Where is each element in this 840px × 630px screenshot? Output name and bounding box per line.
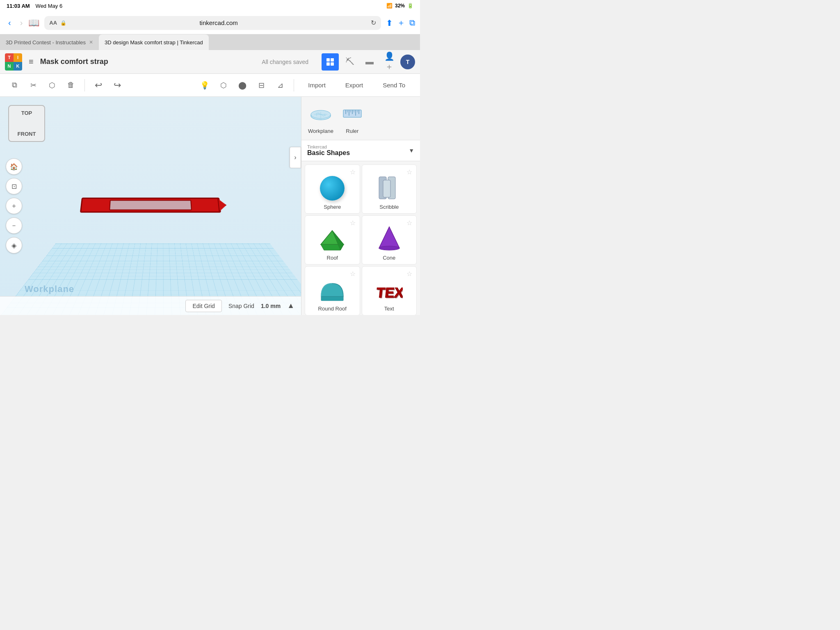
logo-n: N — [5, 62, 14, 71]
toolbar-separator-1 — [84, 79, 85, 91]
header-icons: ⛏ ▬ 👤＋ T — [322, 53, 415, 71]
add-person-button[interactable]: 👤＋ — [381, 53, 398, 71]
strap-object[interactable] — [80, 198, 221, 213]
nav-cube[interactable]: TOP FRONT — [8, 105, 45, 142]
tab-instructables[interactable]: 3D Printed Contest - Instructables ✕ — [0, 34, 99, 50]
cube-top-label: TOP — [21, 110, 32, 116]
mirror-button[interactable]: ⊿ — [272, 78, 288, 93]
align-button[interactable]: ⊟ — [253, 78, 269, 93]
text-size-button[interactable]: AA — [49, 20, 57, 26]
workplane-action-icon — [310, 103, 331, 122]
share-button[interactable]: ⬆ — [386, 18, 393, 28]
workplane-icon-svg — [310, 103, 331, 121]
star-round-roof-icon[interactable]: ☆ — [350, 270, 356, 278]
ruler-label: Ruler — [346, 128, 358, 134]
bottom-bar: Edit Grid Snap Grid 1.0 mm ▲ — [0, 296, 301, 315]
status-bar: 11:03 AM Wed May 6 📶 32% 🔋 — [0, 0, 420, 11]
svg-point-29 — [379, 246, 399, 250]
avatar[interactable]: T — [400, 55, 415, 69]
3d-view-button[interactable]: ⛏ — [341, 53, 358, 71]
panel-toggle-button[interactable]: › — [290, 147, 301, 168]
undo-button[interactable]: ↩ — [91, 78, 106, 93]
fit-view-button[interactable]: ⊡ — [6, 178, 22, 194]
status-time: 11:03 AM — [7, 3, 30, 9]
sendto-button[interactable]: Send To — [374, 78, 413, 92]
text-svg: TEXT TEXT — [376, 281, 403, 302]
menu-button[interactable]: ≡ — [27, 55, 35, 68]
text-shape-visual: TEXT TEXT — [376, 281, 403, 302]
star-text-icon[interactable]: ☆ — [406, 270, 412, 278]
tabs-button[interactable]: ⧉ — [409, 18, 415, 27]
logo-t: T — [5, 53, 14, 62]
ruler-action-icon — [342, 103, 363, 122]
snap-grid-up[interactable]: ▲ — [287, 301, 294, 310]
scribble-label: Scribble — [379, 204, 399, 210]
import-button[interactable]: Import — [300, 78, 334, 92]
new-tab-button[interactable]: ＋ — [397, 17, 405, 28]
home-view-button[interactable]: 🏠 — [6, 158, 22, 175]
lightbulb-button[interactable]: 💡 — [197, 78, 212, 93]
status-icons: 📶 32% 🔋 — [386, 3, 413, 9]
shape-item-sphere[interactable]: ☆ Sphere — [305, 164, 360, 214]
edit-grid-button[interactable]: Edit Grid — [185, 300, 221, 312]
shape-library-dropdown[interactable]: Tinkercad Basic Shapes ▼ — [301, 140, 420, 161]
zoom-out-button[interactable]: － — [6, 217, 22, 234]
cone-svg — [378, 226, 400, 251]
export-button[interactable]: Export — [337, 78, 371, 92]
battery-icon: 🔋 — [407, 3, 413, 9]
redo-button[interactable]: ↪ — [110, 78, 125, 93]
battery-text: 32% — [395, 3, 405, 9]
browser-actions: ⬆ ＋ ⧉ — [386, 17, 415, 28]
svg-marker-28 — [379, 227, 399, 248]
sphere-label: Sphere — [324, 204, 341, 210]
bookmarks-button[interactable]: 📖 — [28, 18, 39, 28]
svg-rect-1 — [331, 58, 334, 62]
star-cone-icon[interactable]: ☆ — [406, 219, 412, 227]
ruler-action[interactable]: Ruler — [342, 103, 363, 134]
wifi-icon: 📶 — [386, 3, 393, 9]
svg-rect-0 — [326, 58, 330, 62]
shape-item-cone[interactable]: ☆ Cone — [362, 215, 417, 265]
perspective-button[interactable]: ◈ — [6, 237, 22, 253]
reload-button[interactable]: ↻ — [371, 19, 376, 27]
cube-front-label: FRONT — [18, 131, 36, 137]
forward-button[interactable]: › — [17, 16, 26, 29]
address-bar[interactable]: AA 🔒 tinkercad.com ↻ — [44, 16, 381, 30]
copy-button[interactable]: ⧉ — [7, 78, 22, 93]
logo-k: K — [14, 62, 22, 71]
status-date: Wed May 6 — [36, 3, 63, 9]
workplane-action[interactable]: Workplane — [308, 103, 333, 134]
round-roof-label: Round Roof — [318, 306, 347, 312]
star-scribble-icon[interactable]: ☆ — [406, 168, 412, 176]
shape-item-scribble[interactable]: ☆ Scribble — [362, 164, 417, 214]
main-canvas[interactable]: Workplane TOP FRONT 🏠 ⊡ ＋ － ◈ — [0, 97, 301, 315]
tinkercad-logo: T I N K — [5, 53, 22, 71]
library-group: Tinkercad — [307, 144, 350, 149]
shape-item-round-roof[interactable]: ☆ Round Roof — [305, 266, 360, 315]
workplane-label: Workplane — [308, 128, 333, 134]
delete-button[interactable]: 🗑 — [63, 78, 79, 93]
tab-tinkercad[interactable]: 3D design Mask comfort strap | Tinkercad — [99, 34, 209, 50]
snap-grid-label: Snap Grid — [228, 303, 254, 309]
back-button[interactable]: ‹ — [5, 16, 14, 29]
shape-item-text[interactable]: ☆ TEXT TEXT Text — [362, 266, 417, 315]
shape1-button[interactable]: ⬡ — [216, 78, 231, 93]
strap-hole — [109, 200, 192, 210]
roof-shape-visual — [320, 229, 345, 251]
3d-object-container — [81, 197, 220, 213]
blocks-button[interactable]: ▬ — [361, 53, 378, 71]
panel-top-actions: Workplane Ruler — [301, 97, 420, 140]
left-tools: 🏠 ⊡ ＋ － ◈ — [6, 158, 22, 253]
svg-rect-24 — [383, 180, 390, 197]
paste-button[interactable]: ⬡ — [44, 78, 60, 93]
star-roof-icon[interactable]: ☆ — [350, 219, 356, 227]
shape-item-roof[interactable]: ☆ Roof — [305, 215, 360, 265]
save-status: All changes saved — [262, 59, 308, 65]
grid-view-button[interactable] — [322, 53, 339, 71]
star-sphere-icon[interactable]: ☆ — [350, 168, 356, 176]
zoom-in-button[interactable]: ＋ — [6, 198, 22, 214]
cut-button[interactable]: ✂ — [25, 78, 41, 93]
shape2-button[interactable]: ⬤ — [235, 78, 250, 93]
tab-instructables-close[interactable]: ✕ — [89, 39, 93, 45]
toolbar: ⧉ ✂ ⬡ 🗑 ↩ ↪ 💡 ⬡ ⬤ ⊟ ⊿ Import Export Send… — [0, 74, 420, 97]
